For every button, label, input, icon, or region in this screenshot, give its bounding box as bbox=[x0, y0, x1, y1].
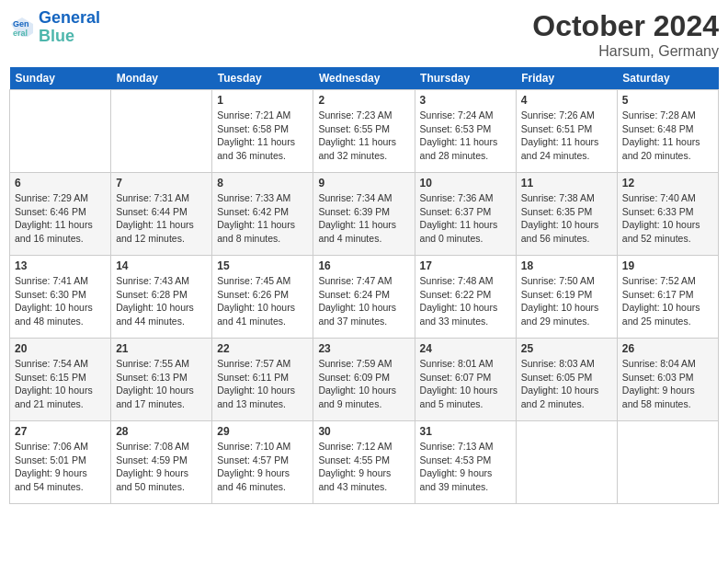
page-header: Gen eral General Blue October 2024 Harsu… bbox=[9, 9, 719, 60]
day-number: 7 bbox=[116, 177, 207, 190]
calendar-cell: 22Sunrise: 7:57 AMSunset: 6:11 PMDayligh… bbox=[212, 339, 313, 421]
calendar-cell: 13Sunrise: 7:41 AMSunset: 6:30 PMDayligh… bbox=[10, 256, 111, 339]
calendar-week-row: 20Sunrise: 7:54 AMSunset: 6:15 PMDayligh… bbox=[10, 339, 719, 421]
logo: Gen eral General Blue bbox=[9, 9, 100, 46]
svg-text:Gen: Gen bbox=[13, 19, 29, 29]
day-info: Sunrise: 7:45 AMSunset: 6:26 PMDaylight:… bbox=[217, 274, 308, 328]
calendar-cell: 31Sunrise: 7:13 AMSunset: 4:53 PMDayligh… bbox=[415, 421, 516, 504]
day-number: 8 bbox=[217, 177, 308, 190]
day-number: 28 bbox=[116, 425, 207, 438]
logo-line2: Blue bbox=[39, 27, 74, 45]
calendar-cell: 6Sunrise: 7:29 AMSunset: 6:46 PMDaylight… bbox=[10, 173, 111, 256]
day-number: 20 bbox=[15, 342, 106, 355]
calendar-week-row: 1Sunrise: 7:21 AMSunset: 6:58 PMDaylight… bbox=[10, 90, 719, 173]
calendar-cell: 18Sunrise: 7:50 AMSunset: 6:19 PMDayligh… bbox=[516, 256, 617, 339]
calendar-cell: 28Sunrise: 7:08 AMSunset: 4:59 PMDayligh… bbox=[111, 421, 212, 504]
day-number: 30 bbox=[318, 425, 409, 438]
calendar-cell: 20Sunrise: 7:54 AMSunset: 6:15 PMDayligh… bbox=[10, 339, 111, 421]
day-number: 2 bbox=[318, 94, 409, 107]
svg-text:eral: eral bbox=[13, 29, 28, 38]
day-number: 9 bbox=[318, 177, 409, 190]
day-info: Sunrise: 7:40 AMSunset: 6:33 PMDaylight:… bbox=[622, 191, 713, 246]
day-number: 24 bbox=[420, 342, 511, 355]
day-info: Sunrise: 7:50 AMSunset: 6:19 PMDaylight:… bbox=[521, 274, 612, 328]
title-block: October 2024 Harsum, Germany bbox=[532, 9, 719, 60]
day-number: 5 bbox=[622, 94, 713, 107]
day-number: 6 bbox=[15, 177, 106, 190]
month-title: October 2024 bbox=[532, 9, 719, 43]
weekday-header-saturday: Saturday bbox=[617, 67, 718, 90]
calendar-cell: 5Sunrise: 7:28 AMSunset: 6:48 PMDaylight… bbox=[617, 90, 718, 173]
calendar-cell: 2Sunrise: 7:23 AMSunset: 6:55 PMDaylight… bbox=[313, 90, 415, 173]
day-number: 21 bbox=[116, 342, 207, 355]
weekday-header-friday: Friday bbox=[516, 67, 617, 90]
day-number: 11 bbox=[521, 177, 612, 190]
calendar-cell: 4Sunrise: 7:26 AMSunset: 6:51 PMDaylight… bbox=[516, 90, 617, 173]
day-info: Sunrise: 7:36 AMSunset: 6:37 PMDaylight:… bbox=[420, 191, 511, 246]
day-info: Sunrise: 7:38 AMSunset: 6:35 PMDaylight:… bbox=[521, 191, 612, 246]
day-info: Sunrise: 7:43 AMSunset: 6:28 PMDaylight:… bbox=[116, 274, 207, 328]
calendar-cell: 10Sunrise: 7:36 AMSunset: 6:37 PMDayligh… bbox=[415, 173, 516, 256]
day-info: Sunrise: 7:10 AMSunset: 4:57 PMDaylight:… bbox=[217, 440, 308, 494]
calendar-cell: 1Sunrise: 7:21 AMSunset: 6:58 PMDaylight… bbox=[212, 90, 313, 173]
calendar-cell: 16Sunrise: 7:47 AMSunset: 6:24 PMDayligh… bbox=[313, 256, 415, 339]
day-number: 3 bbox=[420, 94, 511, 107]
calendar-cell bbox=[617, 421, 718, 504]
calendar-cell: 29Sunrise: 7:10 AMSunset: 4:57 PMDayligh… bbox=[212, 421, 313, 504]
day-number: 27 bbox=[15, 425, 106, 438]
day-info: Sunrise: 7:52 AMSunset: 6:17 PMDaylight:… bbox=[622, 274, 713, 328]
day-number: 16 bbox=[318, 259, 409, 272]
calendar-cell: 12Sunrise: 7:40 AMSunset: 6:33 PMDayligh… bbox=[617, 173, 718, 256]
calendar-week-row: 13Sunrise: 7:41 AMSunset: 6:30 PMDayligh… bbox=[10, 256, 719, 339]
day-number: 4 bbox=[521, 94, 612, 107]
calendar-cell bbox=[516, 421, 617, 504]
day-number: 14 bbox=[116, 259, 207, 272]
weekday-header-row: SundayMondayTuesdayWednesdayThursdayFrid… bbox=[10, 67, 719, 90]
weekday-header-wednesday: Wednesday bbox=[313, 67, 415, 90]
day-number: 19 bbox=[622, 259, 713, 272]
day-number: 31 bbox=[420, 425, 511, 438]
calendar-cell: 26Sunrise: 8:04 AMSunset: 6:03 PMDayligh… bbox=[617, 339, 718, 421]
day-info: Sunrise: 7:26 AMSunset: 6:51 PMDaylight:… bbox=[521, 109, 612, 163]
calendar-cell: 27Sunrise: 7:06 AMSunset: 5:01 PMDayligh… bbox=[10, 421, 111, 504]
day-number: 26 bbox=[622, 342, 713, 355]
day-info: Sunrise: 7:23 AMSunset: 6:55 PMDaylight:… bbox=[318, 109, 409, 163]
calendar-cell: 23Sunrise: 7:59 AMSunset: 6:09 PMDayligh… bbox=[313, 339, 415, 421]
day-info: Sunrise: 7:54 AMSunset: 6:15 PMDaylight:… bbox=[15, 357, 106, 411]
day-info: Sunrise: 7:31 AMSunset: 6:44 PMDaylight:… bbox=[116, 191, 207, 246]
calendar-week-row: 27Sunrise: 7:06 AMSunset: 5:01 PMDayligh… bbox=[10, 421, 719, 504]
day-info: Sunrise: 7:57 AMSunset: 6:11 PMDaylight:… bbox=[217, 357, 308, 411]
day-info: Sunrise: 7:55 AMSunset: 6:13 PMDaylight:… bbox=[116, 357, 207, 411]
weekday-header-thursday: Thursday bbox=[415, 67, 516, 90]
day-number: 23 bbox=[318, 342, 409, 355]
day-info: Sunrise: 7:12 AMSunset: 4:55 PMDaylight:… bbox=[318, 440, 409, 494]
calendar-cell: 30Sunrise: 7:12 AMSunset: 4:55 PMDayligh… bbox=[313, 421, 415, 504]
calendar-cell: 15Sunrise: 7:45 AMSunset: 6:26 PMDayligh… bbox=[212, 256, 313, 339]
day-number: 10 bbox=[420, 177, 511, 190]
day-number: 12 bbox=[622, 177, 713, 190]
calendar-cell: 9Sunrise: 7:34 AMSunset: 6:39 PMDaylight… bbox=[313, 173, 415, 256]
calendar-cell: 25Sunrise: 8:03 AMSunset: 6:05 PMDayligh… bbox=[516, 339, 617, 421]
day-info: Sunrise: 7:59 AMSunset: 6:09 PMDaylight:… bbox=[318, 357, 409, 411]
weekday-header-sunday: Sunday bbox=[10, 67, 111, 90]
calendar-cell: 24Sunrise: 8:01 AMSunset: 6:07 PMDayligh… bbox=[415, 339, 516, 421]
calendar-cell: 7Sunrise: 7:31 AMSunset: 6:44 PMDaylight… bbox=[111, 173, 212, 256]
day-info: Sunrise: 7:41 AMSunset: 6:30 PMDaylight:… bbox=[15, 274, 106, 328]
calendar-cell: 14Sunrise: 7:43 AMSunset: 6:28 PMDayligh… bbox=[111, 256, 212, 339]
day-info: Sunrise: 7:29 AMSunset: 6:46 PMDaylight:… bbox=[15, 191, 106, 246]
day-info: Sunrise: 7:48 AMSunset: 6:22 PMDaylight:… bbox=[420, 274, 511, 328]
day-number: 29 bbox=[217, 425, 308, 438]
day-number: 15 bbox=[217, 259, 308, 272]
day-info: Sunrise: 7:24 AMSunset: 6:53 PMDaylight:… bbox=[420, 109, 511, 163]
day-info: Sunrise: 7:47 AMSunset: 6:24 PMDaylight:… bbox=[318, 274, 409, 328]
day-info: Sunrise: 7:21 AMSunset: 6:58 PMDaylight:… bbox=[217, 109, 308, 163]
day-number: 18 bbox=[521, 259, 612, 272]
calendar-cell: 8Sunrise: 7:33 AMSunset: 6:42 PMDaylight… bbox=[212, 173, 313, 256]
calendar-cell: 11Sunrise: 7:38 AMSunset: 6:35 PMDayligh… bbox=[516, 173, 617, 256]
day-info: Sunrise: 7:06 AMSunset: 5:01 PMDaylight:… bbox=[15, 440, 106, 494]
day-info: Sunrise: 7:34 AMSunset: 6:39 PMDaylight:… bbox=[318, 191, 409, 246]
calendar-cell: 17Sunrise: 7:48 AMSunset: 6:22 PMDayligh… bbox=[415, 256, 516, 339]
calendar-week-row: 6Sunrise: 7:29 AMSunset: 6:46 PMDaylight… bbox=[10, 173, 719, 256]
day-info: Sunrise: 7:28 AMSunset: 6:48 PMDaylight:… bbox=[622, 109, 713, 163]
weekday-header-monday: Monday bbox=[111, 67, 212, 90]
